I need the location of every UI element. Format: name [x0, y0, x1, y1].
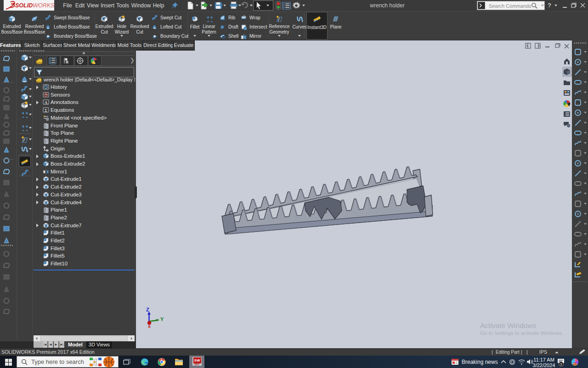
svg-text:Y: Y [160, 316, 164, 322]
svg-text:A: A [45, 100, 48, 105]
svg-text:Z: Z [146, 307, 149, 312]
svg-text:ab: ab [241, 15, 246, 19]
svg-text:X: X [148, 324, 151, 329]
svg-text:PPC: PPC [573, 362, 577, 365]
svg-text:Σ: Σ [45, 108, 47, 113]
